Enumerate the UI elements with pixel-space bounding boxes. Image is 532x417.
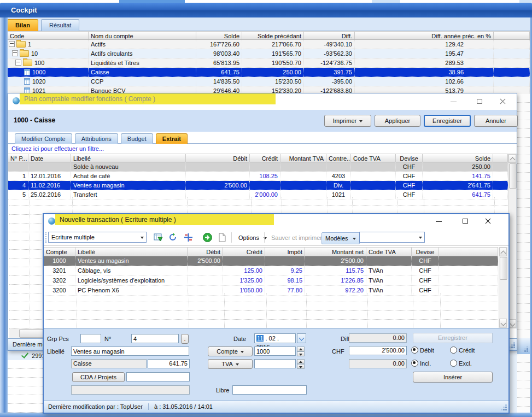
- enregistrer-button[interactable]: Enregistrer: [424, 115, 471, 127]
- col-debit[interactable]: Débit: [186, 154, 250, 162]
- dot-button[interactable]: .: [181, 334, 189, 344]
- col-code-tva[interactable]: Code TVA: [366, 248, 412, 256]
- col-num[interactable]: N° P...: [8, 154, 28, 162]
- col-pct[interactable]: Diff. année préc. en %: [355, 32, 494, 39]
- tab-resultat[interactable]: Résultat: [41, 19, 79, 31]
- model-combobox[interactable]: [359, 232, 425, 243]
- col-devise[interactable]: Devise: [412, 248, 439, 256]
- scroll-thumb[interactable]: [509, 163, 517, 189]
- scroll-down-button[interactable]: [499, 319, 507, 327]
- enregistrer-form-button[interactable]: Enregistrer: [413, 333, 493, 343]
- table-row-selected[interactable]: 1000 Ventes au magasin 2'500.00 2'500.00…: [44, 256, 498, 266]
- cda-projets-button[interactable]: CDA / Projets: [72, 372, 125, 382]
- transaction-titlebar[interactable]: Nouvelle transaction ( Ecriture multiple…: [44, 214, 508, 230]
- tva-stepper[interactable]: [297, 359, 305, 369]
- excl-radio[interactable]: Excl.: [450, 360, 472, 367]
- col-code[interactable]: Code: [8, 32, 89, 39]
- table-row-opening[interactable]: Solde à nouveau CHF 250.00: [8, 162, 508, 172]
- col-prev[interactable]: Solde précédant: [242, 32, 304, 39]
- tva-input[interactable]: [254, 359, 296, 368]
- col-libelle[interactable]: Libellé: [75, 248, 188, 256]
- table-row[interactable]: 1 12.01.2016 Achat de café 108.25 4203 C…: [8, 172, 508, 181]
- compte-input[interactable]: [254, 346, 296, 356]
- table-row[interactable]: 10 Actifs circulants 98'003.40 191'565.7…: [8, 49, 530, 58]
- minimize-icon[interactable]: [450, 98, 458, 105]
- tab-attributions[interactable]: Attributions: [75, 133, 118, 144]
- col-date[interactable]: Date: [28, 154, 71, 162]
- transaction-table-header[interactable]: Compte Libellé Débit Crédit Impôt Montan…: [44, 247, 498, 256]
- cda-input[interactable]: [126, 372, 190, 381]
- num-input[interactable]: [131, 334, 179, 343]
- new-document-icon[interactable]: [217, 232, 227, 243]
- account-window-titlebar[interactable]: Plan comptable modifier fonctions ( Comp…: [8, 93, 517, 110]
- tab-modifier-compte[interactable]: Modifier Compte: [15, 133, 72, 144]
- step-up[interactable]: [297, 346, 305, 351]
- table-row[interactable]: 3202 Logiciels/systèmes d'exploitation 1…: [44, 276, 498, 286]
- resize-grip[interactable]: [509, 342, 516, 349]
- col-credit[interactable]: Crédit: [223, 248, 265, 256]
- date-field[interactable]: 11 . 02 . 2016: [254, 333, 296, 343]
- minimize-icon[interactable]: [435, 218, 443, 225]
- cockpit-table-header[interactable]: Code Nom du compte Solde Solde précédant…: [8, 31, 530, 40]
- models-button[interactable]: Modèles: [321, 232, 360, 244]
- step-up[interactable]: [297, 359, 305, 364]
- step-down[interactable]: [297, 351, 305, 356]
- appliquer-button[interactable]: Appliquer: [375, 115, 420, 127]
- tva-dropdown-button[interactable]: TVA: [208, 359, 253, 369]
- compte-dropdown-button[interactable]: Compte: [208, 346, 253, 356]
- col-name[interactable]: Nom du compte: [89, 32, 196, 39]
- debit-radio[interactable]: Débit: [411, 346, 434, 354]
- col-solde[interactable]: Solde: [423, 154, 493, 162]
- collapse-icon[interactable]: [15, 60, 21, 66]
- col-code-tva[interactable]: Code TVA: [351, 154, 396, 162]
- collapse-icon[interactable]: [9, 41, 15, 47]
- col-montant-net[interactable]: Montant net: [305, 248, 366, 256]
- table-import-icon[interactable]: [153, 232, 163, 243]
- scroll-up-button[interactable]: [508, 154, 516, 163]
- cockpit-check-item[interactable]: 2991: [8, 351, 43, 360]
- compte-stepper[interactable]: [297, 346, 305, 356]
- step-down[interactable]: [297, 364, 305, 369]
- col-contre[interactable]: Contre...: [326, 154, 351, 162]
- filter-link[interactable]: Cliquez ici pour effectuer un filtre...: [8, 144, 517, 154]
- tab-budget[interactable]: Budget: [121, 133, 153, 144]
- libelle-input[interactable]: [71, 346, 189, 356]
- annuler-button[interactable]: Annuler: [474, 115, 518, 127]
- col-impot[interactable]: Impôt: [265, 248, 305, 256]
- credit-radio[interactable]: Crédit: [450, 346, 475, 354]
- col-credit[interactable]: Crédit: [250, 154, 280, 162]
- resize-grip[interactable]: [522, 346, 529, 353]
- table-row-selected[interactable]: 4 11.02.2016 Ventes au magasin 2'500.00 …: [8, 181, 508, 190]
- col-devise[interactable]: Devise: [396, 154, 423, 162]
- maximize-icon[interactable]: [476, 98, 483, 105]
- libre-input[interactable]: [232, 385, 307, 395]
- fit-columns-icon[interactable]: [183, 232, 194, 243]
- inserer-button[interactable]: Insérer: [413, 372, 493, 383]
- close-icon[interactable]: [484, 218, 492, 225]
- extract-table-header[interactable]: N° P... Date Libellé Débit Crédit Montan…: [8, 154, 508, 162]
- col-debit[interactable]: Débit: [188, 248, 223, 256]
- close-icon[interactable]: [499, 98, 507, 105]
- scroll-thumb[interactable]: [500, 257, 507, 280]
- scroll-up-button[interactable]: [499, 248, 507, 256]
- col-compte[interactable]: Compte: [44, 248, 75, 256]
- table-row[interactable]: 100 Liquidités et Titres 65'813.95 190'5…: [8, 58, 530, 68]
- scroll-down-button[interactable]: [508, 319, 516, 328]
- table-row[interactable]: 3201 Câblage, vis 125.00 9.25 115.75 TVA…: [44, 266, 498, 276]
- tab-bilan[interactable]: Bilan: [7, 19, 38, 31]
- date-picker-button[interactable]: [297, 333, 306, 343]
- col-solde[interactable]: Solde: [196, 32, 242, 39]
- options-button[interactable]: Options: [235, 232, 270, 243]
- validate-icon[interactable]: [202, 232, 213, 243]
- table-row-selected[interactable]: 1000 Caisse 641.75 250.00 391.75 38.96: [8, 68, 530, 77]
- imprimer-button[interactable]: Imprimer: [324, 115, 371, 127]
- cockpit-titlebar[interactable]: Cockpit: [0, 3, 532, 17]
- chf-amount-field[interactable]: 2'500.00: [349, 346, 407, 355]
- entry-type-combobox[interactable]: Ecriture multiple: [48, 232, 147, 243]
- maximize-icon[interactable]: [461, 218, 469, 225]
- table-row[interactable]: 1020 CCP 14'835.50 15'230.50 -395.00 102…: [8, 77, 530, 86]
- incl-radio[interactable]: Incl.: [411, 360, 431, 367]
- table-row[interactable]: 1 Actifs 167'726.60 217'066.70 -49'340.1…: [8, 40, 530, 49]
- grp-pcs-input[interactable]: [80, 334, 101, 343]
- col-diff[interactable]: Diff.: [304, 32, 355, 39]
